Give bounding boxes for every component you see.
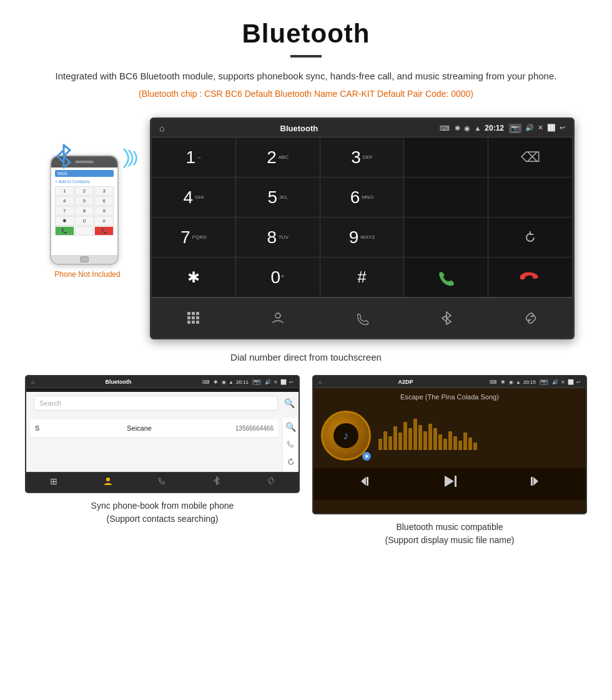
svg-rect-4 [192, 316, 195, 319]
music-top-area: ♪ ✱ [313, 403, 586, 468]
svg-rect-6 [187, 321, 190, 324]
nav-phone[interactable] [320, 298, 405, 338]
pb-nav-phone[interactable] [135, 476, 189, 488]
svg-rect-2 [196, 312, 199, 315]
svg-rect-5 [196, 316, 199, 319]
music-content: Escape (The Pina Colada Song) ♪ ✱ [313, 388, 586, 513]
svg-rect-14 [455, 476, 457, 487]
nav-dialpad[interactable] [152, 298, 236, 338]
dial-empty-4 [404, 218, 488, 258]
volume-icon[interactable]: 🔊 [525, 124, 534, 133]
pb-nav-bt[interactable] [190, 476, 244, 488]
svg-rect-7 [192, 321, 195, 324]
music-screen: ⌂ A2DP ⌨ ✱ ◉ ▲ 20:15 📷 🔊 ✕ ⬜ ↩ Escape (T… [312, 375, 587, 514]
music-title: A2DP [324, 379, 487, 385]
play-pause-button[interactable] [442, 473, 458, 492]
next-button[interactable] [527, 474, 541, 491]
dial-empty-2 [404, 178, 488, 218]
svg-rect-12 [367, 477, 368, 486]
pb-nav-link[interactable] [244, 476, 299, 488]
pb-vol-icon: 🔊 [265, 379, 271, 385]
close-x-icon[interactable]: ✕ [538, 124, 543, 133]
usb-icon: ⌨ [440, 124, 450, 132]
music-usb-icon: ⌨ [490, 379, 497, 385]
phonebook-block: ⌂ Bluetooth ⌨ ✱ ◉ ▲ 20:11 📷 🔊 ✕ ⬜ ↩ Sear… [25, 375, 300, 547]
dial-key-hash[interactable]: # [320, 258, 405, 298]
svg-rect-8 [196, 321, 199, 324]
status-bar: ⌂ Bluetooth ⌨ ✱ ◉ ▲ 20:12 📷 🔊 ✕ ⬜ ↩ [152, 119, 573, 138]
bluetooth-waves [117, 142, 142, 174]
bt-badge: ✱ [362, 452, 371, 461]
pb-refresh-icon[interactable] [285, 458, 296, 468]
svg-point-10 [106, 478, 110, 481]
contact-letter: S [35, 424, 39, 432]
phonebook-content: Search 🔍 S Seicane 13566664466 🔍 [26, 392, 299, 472]
phone-area: MSG + Add to Contacts 123 456 789 ✱0# 📞 … [37, 118, 137, 279]
pb-phone-icon[interactable] [285, 439, 296, 450]
bottom-screenshots: ⌂ Bluetooth ⌨ ✱ ◉ ▲ 20:11 📷 🔊 ✕ ⬜ ↩ Sear… [0, 375, 612, 559]
back-icon[interactable]: ↩ [560, 124, 565, 133]
main-demo-area: MSG + Add to Contacts 123 456 789 ✱0# 📞 … [0, 105, 612, 346]
search-icon[interactable]: 🔍 [284, 398, 295, 408]
svg-marker-15 [533, 477, 538, 486]
music-win-icon: ⬜ [568, 379, 574, 385]
screen-title: Bluetooth [170, 124, 427, 133]
prev-button[interactable] [358, 474, 372, 491]
dial-refresh[interactable] [488, 218, 573, 258]
pb-win-icon: ⬜ [280, 379, 287, 385]
dial-key-0[interactable]: 0⁺ [236, 258, 320, 298]
pb-list: S Seicane 13566664466 [26, 418, 282, 472]
bottom-nav [152, 298, 573, 338]
status-time: 20:12 [485, 124, 504, 132]
music-time: 20:15 [523, 379, 536, 385]
dial-key-9[interactable]: 9 WXYZ [320, 218, 405, 258]
location-icon: ◉ [464, 124, 470, 132]
dial-key-2[interactable]: 2 ABC [236, 138, 320, 178]
dial-key-star[interactable]: ✱ [152, 258, 236, 298]
dial-call-red[interactable] [488, 258, 573, 298]
dial-key-8[interactable]: 8 TUV [236, 218, 320, 258]
pb-loc-icon: ◉ [222, 379, 226, 385]
dial-backspace[interactable]: ⌫ [488, 138, 573, 178]
music-cam-icon: 📷 [540, 379, 548, 385]
album-wrapper: ♪ ✱ [321, 411, 371, 461]
car-screen: ⌂ Bluetooth ⌨ ✱ ◉ ▲ 20:12 📷 🔊 ✕ ⬜ ↩ [150, 118, 575, 339]
title-divider [290, 55, 322, 58]
dial-key-6[interactable]: 6 MNO [320, 178, 405, 218]
svg-marker-13 [445, 476, 454, 487]
dial-key-3[interactable]: 3 DEF [320, 138, 405, 178]
music-caption: Bluetooth music compatible (Support disp… [385, 521, 515, 547]
pb-home-icon: ⌂ [31, 379, 34, 385]
pb-nav-contacts[interactable] [81, 476, 135, 488]
dial-key-5[interactable]: 5 JKL [236, 178, 320, 218]
pb-bottom-nav: ⊞ [26, 472, 299, 492]
pb-cam-icon: 📷 [252, 379, 261, 385]
contact-row[interactable]: S Seicane 13566664466 [30, 419, 279, 438]
dial-call-green[interactable] [404, 258, 488, 298]
search-bar[interactable]: Search [34, 396, 278, 411]
pb-right-icons: 🔍 [282, 418, 299, 472]
page-header: Bluetooth Integrated with BC6 Bluetooth … [0, 0, 612, 105]
pb-search-icon[interactable]: 🔍 [285, 422, 296, 432]
dial-key-1[interactable]: 1⌣ [152, 138, 236, 178]
dial-key-4[interactable]: 4 GHI [152, 178, 236, 218]
dial-empty-3 [488, 178, 573, 218]
nav-bluetooth[interactable] [404, 298, 488, 338]
nav-link[interactable] [488, 298, 573, 338]
home-icon[interactable]: ⌂ [159, 123, 164, 133]
dial-key-7[interactable]: 7 PQRS [152, 218, 236, 258]
nav-contacts[interactable] [236, 298, 320, 338]
pb-title: Bluetooth [37, 379, 200, 385]
phone-not-included-label: Phone Not Included [54, 270, 120, 279]
svg-rect-3 [187, 316, 190, 319]
music-loc-icon: ◉ [509, 379, 513, 385]
pb-nav-dialpad[interactable]: ⊞ [26, 476, 81, 488]
music-caption-line2: (Support display music file name) [385, 534, 515, 547]
pb-close-icon: ✕ [274, 379, 278, 385]
window-icon[interactable]: ⬜ [547, 124, 556, 133]
svg-rect-16 [531, 477, 533, 486]
phonebook-caption-line2: (Support contacts searching) [91, 512, 234, 526]
pb-main: S Seicane 13566664466 🔍 [26, 418, 299, 472]
camera-icon[interactable]: 📷 [509, 124, 521, 133]
pb-wifi-icon: ▲ [229, 379, 234, 385]
